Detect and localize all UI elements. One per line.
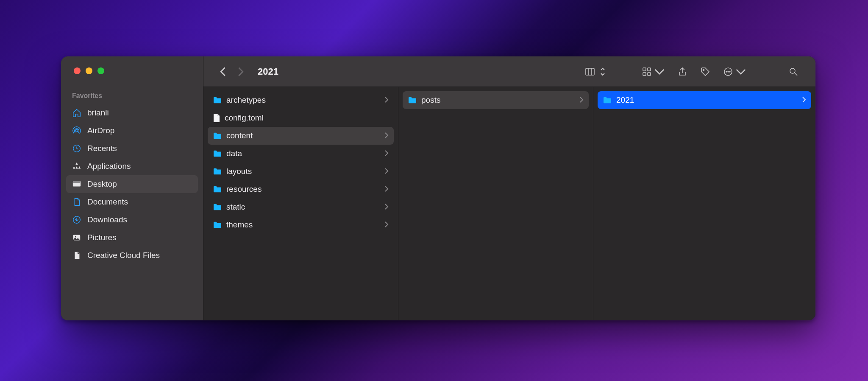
grid-icon — [642, 67, 652, 77]
search-icon — [788, 67, 798, 77]
folder-icon — [603, 96, 612, 104]
sidebar-item-label: AirDrop — [87, 126, 114, 135]
columns-icon — [585, 67, 595, 77]
pictures-icon — [72, 233, 81, 242]
search-button[interactable] — [784, 64, 803, 79]
folder-icon — [213, 185, 222, 193]
more-button[interactable] — [719, 64, 750, 79]
list-item[interactable]: posts — [403, 91, 589, 109]
folder-icon — [213, 132, 222, 140]
folder-icon — [213, 168, 222, 175]
tags-button[interactable] — [696, 64, 715, 79]
item-name: config.toml — [225, 113, 389, 123]
tag-icon — [700, 67, 710, 77]
more-icon — [723, 67, 733, 77]
window-title: 2021 — [258, 66, 278, 77]
list-item[interactable]: data — [208, 145, 394, 162]
chevron-right-icon — [384, 131, 389, 140]
folder-icon — [213, 150, 222, 157]
forward-button[interactable] — [234, 65, 248, 78]
share-icon — [677, 67, 687, 77]
list-item[interactable]: archetypes — [208, 91, 394, 109]
chevron-right-icon — [384, 95, 389, 105]
list-item[interactable]: static — [208, 198, 394, 216]
document-icon — [72, 197, 81, 207]
column-1: posts — [398, 87, 593, 320]
chevron-right-icon — [384, 202, 389, 212]
chevron-down-icon — [736, 67, 746, 77]
file-icon — [213, 113, 220, 123]
list-item[interactable]: content — [208, 127, 394, 145]
clock-icon — [72, 144, 81, 153]
sidebar-item-recents[interactable]: Recents — [66, 140, 198, 157]
zoom-button[interactable] — [97, 67, 104, 74]
sidebar-item-documents[interactable]: Documents — [66, 193, 198, 211]
sidebar-item-label: Creative Cloud Files — [87, 251, 160, 260]
item-name: themes — [226, 220, 380, 230]
sidebar-item-creative-cloud-files[interactable]: Creative Cloud Files — [66, 247, 198, 264]
chevron-right-icon — [384, 220, 389, 230]
main-area: 2021 — [203, 56, 815, 320]
chevron-right-icon — [384, 167, 389, 176]
sidebar-item-label: Documents — [87, 197, 128, 207]
sidebar-item-applications[interactable]: Applications — [66, 157, 198, 175]
list-item[interactable]: resources — [208, 180, 394, 198]
sidebar-item-label: Downloads — [87, 215, 127, 224]
item-name: data — [226, 149, 380, 158]
list-item[interactable]: layouts — [208, 162, 394, 180]
list-item[interactable]: config.toml — [208, 109, 394, 127]
group-by-button[interactable] — [637, 64, 669, 79]
item-name: archetypes — [226, 95, 380, 105]
sidebar-item-downloads[interactable]: Downloads — [66, 211, 198, 229]
view-mode-button[interactable] — [581, 64, 612, 79]
sidebar-item-brianli[interactable]: brianli — [66, 104, 198, 122]
traffic-lights — [61, 67, 203, 74]
home-icon — [72, 108, 81, 118]
sidebar: Favorites brianliAirDropRecentsApplicati… — [61, 56, 203, 320]
sidebar-item-pictures[interactable]: Pictures — [66, 229, 198, 247]
finder-window: Favorites brianliAirDropRecentsApplicati… — [61, 56, 815, 320]
download-icon — [72, 215, 81, 224]
sidebar-section-label: Favorites — [61, 92, 203, 104]
item-name: layouts — [226, 167, 380, 176]
folder-icon — [213, 203, 222, 211]
sidebar-item-desktop[interactable]: Desktop — [66, 175, 198, 193]
apps-icon — [72, 162, 81, 171]
chevron-right-icon — [384, 149, 389, 158]
sidebar-item-label: Recents — [87, 144, 117, 153]
list-item[interactable]: themes — [208, 216, 394, 234]
sidebar-item-airdrop[interactable]: AirDrop — [66, 122, 198, 140]
item-name: content — [226, 131, 380, 140]
back-button[interactable] — [216, 65, 230, 78]
favorites-list: brianliAirDropRecentsApplicationsDesktop… — [61, 104, 203, 264]
minimize-button[interactable] — [86, 67, 92, 74]
list-item[interactable]: 2021 — [598, 91, 811, 109]
ccfiles-icon — [72, 251, 81, 260]
sidebar-item-label: Pictures — [87, 233, 117, 242]
item-name: 2021 — [616, 95, 798, 105]
item-name: resources — [226, 185, 380, 194]
item-name: static — [226, 202, 380, 212]
chevron-right-icon — [384, 185, 389, 194]
chevron-right-icon — [802, 95, 806, 105]
folder-icon — [213, 221, 222, 229]
updown-icon — [598, 67, 608, 77]
share-button[interactable] — [673, 64, 692, 79]
column-0: archetypesconfig.tomlcontentdatalayoutsr… — [203, 87, 398, 320]
column-2: 2021 — [593, 87, 815, 320]
chevron-down-icon — [654, 67, 665, 77]
toolbar: 2021 — [203, 56, 815, 87]
close-button[interactable] — [74, 67, 81, 74]
airdrop-icon — [72, 126, 81, 135]
sidebar-item-label: Applications — [87, 162, 131, 171]
column-view: archetypesconfig.tomlcontentdatalayoutsr… — [203, 87, 815, 320]
desktop-icon — [72, 179, 81, 189]
chevron-right-icon — [579, 95, 584, 105]
sidebar-item-label: brianli — [87, 108, 109, 118]
sidebar-item-label: Desktop — [87, 179, 117, 189]
folder-icon — [408, 96, 417, 104]
item-name: posts — [421, 95, 575, 105]
folder-icon — [213, 96, 222, 104]
